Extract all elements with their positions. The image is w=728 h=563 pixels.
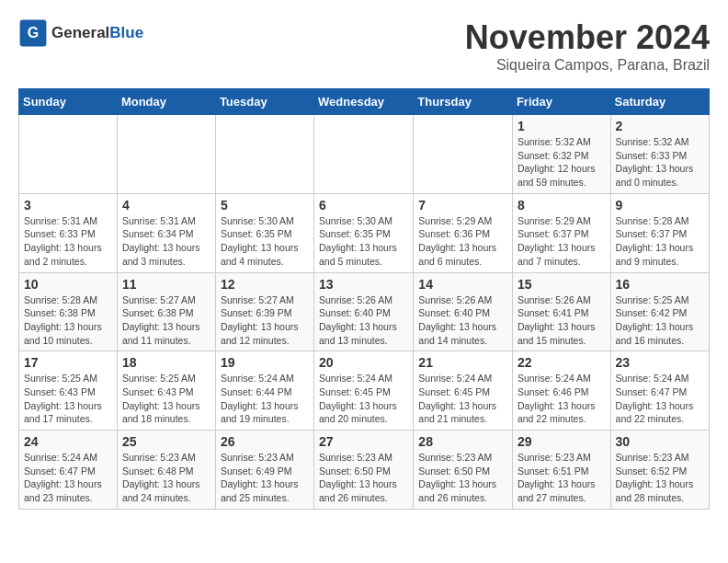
day-info: Sunrise: 5:32 AM Sunset: 6:33 PM Dayligh…	[616, 135, 704, 190]
calendar-cell: 14Sunrise: 5:26 AM Sunset: 6:40 PM Dayli…	[414, 272, 513, 351]
weekday-header-thursday: Thursday	[414, 89, 513, 115]
location-subtitle: Siqueira Campos, Parana, Brazil	[465, 57, 710, 74]
day-number: 17	[24, 355, 112, 370]
calendar-cell: 18Sunrise: 5:25 AM Sunset: 6:43 PM Dayli…	[117, 351, 215, 431]
day-number: 7	[418, 198, 507, 213]
day-number: 23	[616, 355, 704, 370]
calendar-cell: 28Sunrise: 5:23 AM Sunset: 6:50 PM Dayli…	[414, 431, 513, 510]
day-number: 24	[24, 434, 112, 449]
weekday-header-wednesday: Wednesday	[314, 89, 414, 115]
day-info: Sunrise: 5:24 AM Sunset: 6:47 PM Dayligh…	[616, 372, 704, 426]
day-number: 30	[616, 434, 704, 449]
day-number: 5	[221, 198, 309, 213]
logo-icon: G	[18, 18, 48, 48]
day-info: Sunrise: 5:24 AM Sunset: 6:46 PM Dayligh…	[518, 372, 606, 426]
day-number: 19	[221, 355, 309, 370]
calendar-cell: 12Sunrise: 5:27 AM Sunset: 6:39 PM Dayli…	[215, 272, 313, 351]
day-number: 14	[418, 277, 507, 292]
title-block: November 2024 Siqueira Campos, Parana, B…	[465, 18, 710, 74]
calendar-cell: 11Sunrise: 5:27 AM Sunset: 6:38 PM Dayli…	[117, 272, 215, 351]
day-number: 9	[616, 198, 704, 213]
day-info: Sunrise: 5:27 AM Sunset: 6:38 PM Dayligh…	[122, 293, 210, 348]
day-info: Sunrise: 5:25 AM Sunset: 6:42 PM Dayligh…	[616, 293, 704, 348]
day-info: Sunrise: 5:27 AM Sunset: 6:39 PM Dayligh…	[221, 293, 309, 348]
weekday-header-sunday: Sunday	[19, 89, 118, 115]
calendar-cell: 21Sunrise: 5:24 AM Sunset: 6:45 PM Dayli…	[414, 351, 513, 431]
calendar-cell: 24Sunrise: 5:24 AM Sunset: 6:47 PM Dayli…	[19, 431, 118, 510]
day-number: 3	[24, 198, 112, 213]
day-info: Sunrise: 5:31 AM Sunset: 6:34 PM Dayligh…	[122, 214, 210, 269]
day-info: Sunrise: 5:26 AM Sunset: 6:41 PM Dayligh…	[518, 293, 606, 348]
day-number: 6	[319, 198, 408, 213]
day-number: 25	[122, 434, 210, 449]
day-info: Sunrise: 5:30 AM Sunset: 6:35 PM Dayligh…	[221, 214, 309, 269]
calendar-cell	[314, 115, 414, 194]
day-number: 11	[122, 277, 210, 292]
calendar-cell: 5Sunrise: 5:30 AM Sunset: 6:35 PM Daylig…	[215, 193, 313, 272]
logo: G GeneralBlue	[18, 18, 143, 48]
day-info: Sunrise: 5:23 AM Sunset: 6:50 PM Dayligh…	[418, 451, 507, 505]
calendar-cell: 23Sunrise: 5:24 AM Sunset: 6:47 PM Dayli…	[610, 351, 709, 431]
calendar-cell: 10Sunrise: 5:28 AM Sunset: 6:38 PM Dayli…	[19, 272, 118, 351]
calendar-cell	[215, 115, 313, 194]
calendar-cell: 1Sunrise: 5:32 AM Sunset: 6:32 PM Daylig…	[512, 115, 610, 194]
day-number: 29	[518, 434, 606, 449]
calendar-cell: 30Sunrise: 5:23 AM Sunset: 6:52 PM Dayli…	[610, 431, 709, 510]
day-info: Sunrise: 5:25 AM Sunset: 6:43 PM Dayligh…	[24, 372, 112, 426]
day-info: Sunrise: 5:23 AM Sunset: 6:48 PM Dayligh…	[122, 451, 210, 505]
day-info: Sunrise: 5:30 AM Sunset: 6:35 PM Dayligh…	[319, 214, 408, 269]
day-info: Sunrise: 5:23 AM Sunset: 6:51 PM Dayligh…	[518, 451, 606, 505]
day-number: 10	[24, 277, 112, 292]
day-info: Sunrise: 5:23 AM Sunset: 6:50 PM Dayligh…	[319, 451, 408, 505]
weekday-header-saturday: Saturday	[610, 89, 709, 115]
weekday-header-friday: Friday	[512, 89, 610, 115]
calendar-cell	[414, 115, 513, 194]
day-info: Sunrise: 5:24 AM Sunset: 6:45 PM Dayligh…	[418, 372, 507, 426]
day-number: 18	[122, 355, 210, 370]
calendar-cell: 19Sunrise: 5:24 AM Sunset: 6:44 PM Dayli…	[215, 351, 313, 431]
day-number: 21	[418, 355, 507, 370]
calendar-cell: 17Sunrise: 5:25 AM Sunset: 6:43 PM Dayli…	[19, 351, 118, 431]
calendar-cell: 29Sunrise: 5:23 AM Sunset: 6:51 PM Dayli…	[512, 431, 610, 510]
day-info: Sunrise: 5:31 AM Sunset: 6:33 PM Dayligh…	[24, 214, 112, 269]
day-number: 20	[319, 355, 408, 370]
calendar-cell	[19, 115, 118, 194]
day-number: 12	[221, 277, 309, 292]
day-info: Sunrise: 5:25 AM Sunset: 6:43 PM Dayligh…	[122, 372, 210, 426]
logo-blue: Blue	[109, 24, 143, 41]
day-info: Sunrise: 5:24 AM Sunset: 6:47 PM Dayligh…	[24, 451, 112, 505]
calendar-cell: 4Sunrise: 5:31 AM Sunset: 6:34 PM Daylig…	[117, 193, 215, 272]
day-number: 28	[418, 434, 507, 449]
calendar-cell: 22Sunrise: 5:24 AM Sunset: 6:46 PM Dayli…	[512, 351, 610, 431]
calendar-cell: 20Sunrise: 5:24 AM Sunset: 6:45 PM Dayli…	[314, 351, 414, 431]
weekday-header-monday: Monday	[117, 89, 215, 115]
day-info: Sunrise: 5:29 AM Sunset: 6:36 PM Dayligh…	[418, 214, 507, 269]
day-number: 13	[319, 277, 408, 292]
day-number: 26	[221, 434, 309, 449]
day-number: 8	[518, 198, 606, 213]
calendar-cell: 25Sunrise: 5:23 AM Sunset: 6:48 PM Dayli…	[117, 431, 215, 510]
day-number: 16	[616, 277, 704, 292]
calendar-cell: 27Sunrise: 5:23 AM Sunset: 6:50 PM Dayli…	[314, 431, 414, 510]
page-header: G GeneralBlue November 2024 Siqueira Cam…	[18, 18, 710, 74]
calendar-cell: 6Sunrise: 5:30 AM Sunset: 6:35 PM Daylig…	[314, 193, 414, 272]
calendar-cell	[117, 115, 215, 194]
day-number: 15	[518, 277, 606, 292]
day-number: 27	[319, 434, 408, 449]
day-info: Sunrise: 5:26 AM Sunset: 6:40 PM Dayligh…	[319, 293, 408, 348]
day-info: Sunrise: 5:28 AM Sunset: 6:37 PM Dayligh…	[616, 214, 704, 269]
calendar-cell: 9Sunrise: 5:28 AM Sunset: 6:37 PM Daylig…	[610, 193, 709, 272]
day-number: 4	[122, 198, 210, 213]
day-info: Sunrise: 5:24 AM Sunset: 6:45 PM Dayligh…	[319, 372, 408, 426]
day-number: 1	[518, 119, 606, 133]
calendar-cell: 26Sunrise: 5:23 AM Sunset: 6:49 PM Dayli…	[215, 431, 313, 510]
day-info: Sunrise: 5:26 AM Sunset: 6:40 PM Dayligh…	[418, 293, 507, 348]
calendar-cell: 13Sunrise: 5:26 AM Sunset: 6:40 PM Dayli…	[314, 272, 414, 351]
day-info: Sunrise: 5:23 AM Sunset: 6:49 PM Dayligh…	[221, 451, 309, 505]
svg-text:G: G	[28, 25, 39, 40]
calendar-cell: 3Sunrise: 5:31 AM Sunset: 6:33 PM Daylig…	[19, 193, 118, 272]
calendar-cell: 2Sunrise: 5:32 AM Sunset: 6:33 PM Daylig…	[610, 115, 709, 194]
day-info: Sunrise: 5:29 AM Sunset: 6:37 PM Dayligh…	[518, 214, 606, 269]
day-number: 22	[518, 355, 606, 370]
calendar-cell: 16Sunrise: 5:25 AM Sunset: 6:42 PM Dayli…	[610, 272, 709, 351]
